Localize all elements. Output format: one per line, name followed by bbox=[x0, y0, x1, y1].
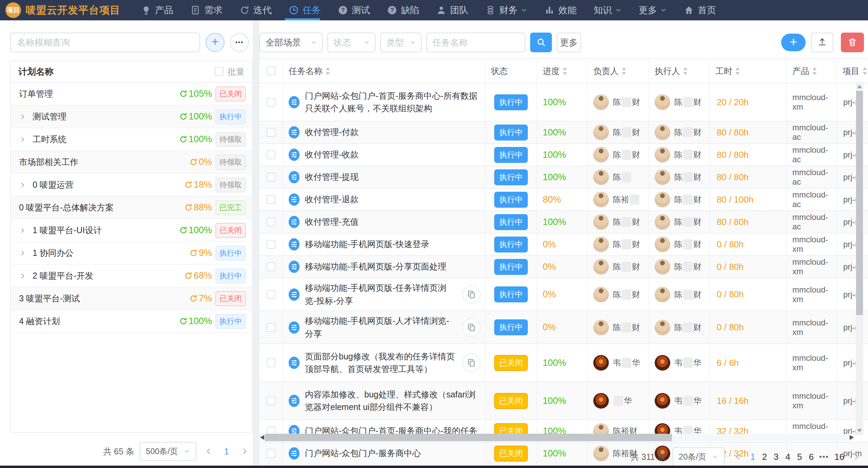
task-name-cell[interactable]: 收付管理-退款 bbox=[283, 189, 485, 210]
plan-row[interactable]: 市场部相关工作0%待领取 bbox=[11, 151, 252, 174]
nav-item-more[interactable]: 更多 bbox=[630, 0, 675, 20]
scene-select[interactable]: 全部场景 bbox=[259, 33, 323, 52]
plan-prev-page-button[interactable] bbox=[202, 447, 215, 455]
sort-caret-icon[interactable] bbox=[325, 67, 330, 75]
page-number[interactable]: 5 bbox=[794, 452, 805, 462]
horizontal-scrollbar[interactable] bbox=[259, 434, 854, 441]
add-task-button[interactable]: + bbox=[781, 34, 806, 51]
plan-row[interactable]: 0 唛盟平台-总体解决方案88%已完工 bbox=[11, 196, 252, 219]
plan-row[interactable]: 工时系统100%待领取 bbox=[11, 128, 252, 151]
nav-item-finance[interactable]: 财务 bbox=[477, 0, 536, 20]
nav-item-knowledge[interactable]: 知识 bbox=[585, 0, 630, 20]
plan-row[interactable]: 1 唛盟平台-UI设计100%已关闭 bbox=[11, 219, 252, 242]
task-name-cell[interactable]: 收付管理-提现 bbox=[283, 166, 485, 188]
sort-caret-icon[interactable] bbox=[812, 67, 817, 75]
nav-item-home[interactable]: 首页 bbox=[675, 0, 725, 20]
chevron-right-icon[interactable] bbox=[19, 136, 26, 143]
plan-page-size-select[interactable]: 500条/页 bbox=[140, 442, 196, 461]
chevron-right-icon[interactable] bbox=[19, 249, 26, 257]
nav-item-requirement[interactable]: 需求 bbox=[182, 0, 231, 20]
row-checkbox[interactable] bbox=[267, 173, 275, 182]
task-name-cell[interactable]: 移动端功能-手机网页版-任务详情页浏览-投标-分享 bbox=[283, 278, 485, 311]
sort-caret-icon[interactable] bbox=[735, 67, 740, 75]
row-checkbox[interactable] bbox=[267, 195, 275, 204]
nav-item-team[interactable]: 团队 bbox=[428, 0, 477, 20]
row-checkbox[interactable] bbox=[267, 128, 275, 137]
plan-next-page-button[interactable] bbox=[238, 447, 251, 455]
plan-row[interactable]: 1 协同办公9%执行中 bbox=[11, 242, 252, 265]
horizontal-scrollbar-thumb[interactable] bbox=[265, 434, 672, 441]
task-name-cell[interactable]: 门户网站-众包门户-首页-服务商中心-所有数据只关联个人账号，不关联组织架构 bbox=[283, 83, 485, 121]
page-number[interactable]: 4 bbox=[782, 452, 794, 462]
page-ellipsis[interactable]: ••• bbox=[817, 452, 831, 461]
chevron-right-icon[interactable] bbox=[19, 181, 26, 189]
page-number[interactable]: 6 bbox=[806, 452, 817, 462]
search-button[interactable] bbox=[530, 33, 552, 52]
chevron-right-icon[interactable] bbox=[19, 272, 26, 280]
plan-row[interactable]: 订单管理105%已关闭 bbox=[11, 83, 252, 106]
type-select[interactable]: 类型 bbox=[380, 33, 422, 52]
row-checkbox[interactable] bbox=[267, 323, 275, 332]
row-checkbox[interactable] bbox=[267, 150, 275, 159]
row-checkbox[interactable] bbox=[267, 218, 275, 226]
batch-checkbox[interactable] bbox=[215, 67, 224, 76]
sort-caret-icon[interactable] bbox=[621, 67, 626, 75]
scroll-right-arrow-icon[interactable] bbox=[849, 434, 854, 441]
plan-page-number[interactable]: 1 bbox=[221, 446, 232, 457]
page-number[interactable]: 16 bbox=[831, 452, 848, 462]
plan-search-input[interactable] bbox=[10, 33, 200, 52]
task-name-cell[interactable]: 移动端功能-手机网页版-人才详情浏览-分享 bbox=[283, 311, 485, 343]
batch-toggle[interactable]: 批量 bbox=[215, 66, 245, 77]
task-name-cell[interactable]: 内容添加修改、bug处理、样式修改（safari浏览器对element ui部分… bbox=[283, 382, 485, 419]
plan-row[interactable]: 0 唛盟运营18%待领取 bbox=[11, 174, 252, 196]
row-checkbox[interactable] bbox=[267, 262, 275, 271]
row-checkbox[interactable] bbox=[267, 449, 275, 458]
nav-item-iteration[interactable]: 迭代 bbox=[231, 0, 280, 20]
task-next-page-button[interactable] bbox=[850, 453, 863, 461]
page-number[interactable]: 3 bbox=[770, 452, 782, 462]
task-prev-page-button[interactable] bbox=[731, 453, 745, 461]
row-checkbox[interactable] bbox=[267, 98, 275, 107]
nav-item-defect[interactable]: ?缺陷 bbox=[379, 0, 428, 20]
row-checkbox[interactable] bbox=[267, 240, 275, 249]
task-name-cell[interactable]: 收付管理-收款 bbox=[283, 144, 485, 166]
task-name-input[interactable] bbox=[426, 33, 525, 52]
scroll-left-arrow-icon[interactable] bbox=[259, 434, 265, 441]
sort-caret-icon[interactable] bbox=[862, 67, 867, 75]
nav-item-task[interactable]: 任务 bbox=[280, 0, 329, 20]
scroll-up-arrow-icon[interactable] bbox=[856, 82, 863, 91]
copy-button[interactable] bbox=[462, 354, 481, 372]
upload-button[interactable] bbox=[811, 33, 833, 52]
task-name-cell[interactable]: 门户网站-众包门户-服务商中心 bbox=[283, 443, 485, 464]
vertical-scrollbar-thumb[interactable] bbox=[856, 91, 863, 315]
row-checkbox[interactable] bbox=[267, 290, 275, 299]
more-filters-button[interactable]: 更多 bbox=[557, 33, 581, 52]
copy-button[interactable] bbox=[462, 285, 481, 304]
task-name-cell[interactable]: 移动端功能-手机网页版-分享页面处理 bbox=[283, 256, 485, 278]
nav-item-product[interactable]: 产品 bbox=[133, 0, 182, 20]
task-page-size-select[interactable]: 20条/页 bbox=[673, 447, 725, 466]
delete-button[interactable] bbox=[841, 33, 864, 52]
page-number[interactable]: 2 bbox=[759, 452, 770, 462]
plan-row[interactable]: 3 唛盟平台-测试7%已关闭 bbox=[11, 287, 252, 310]
add-plan-button[interactable]: + bbox=[206, 33, 225, 52]
more-options-button[interactable]: ••• bbox=[230, 33, 249, 52]
task-name-cell[interactable]: 收付管理-付款 bbox=[283, 121, 485, 143]
chevron-right-icon[interactable] bbox=[19, 227, 26, 234]
plan-row[interactable]: 2 唛盟平台-开发68%执行中 bbox=[11, 265, 252, 287]
page-number[interactable]: 1 bbox=[747, 452, 758, 462]
row-checkbox[interactable] bbox=[267, 396, 275, 405]
plan-row[interactable]: 4 融资计划100%执行中 bbox=[11, 310, 252, 333]
plan-row[interactable]: 测试管理100%执行中 bbox=[11, 106, 252, 128]
copy-button[interactable] bbox=[462, 318, 481, 337]
vertical-scrollbar[interactable] bbox=[856, 82, 863, 435]
sort-caret-icon[interactable] bbox=[683, 67, 688, 75]
nav-item-efficiency[interactable]: 效能 bbox=[536, 0, 585, 20]
status-select[interactable]: 状态 bbox=[327, 33, 375, 52]
task-name-cell[interactable]: 收付管理-充值 bbox=[283, 211, 485, 233]
nav-item-test[interactable]: ?测试 bbox=[329, 0, 379, 20]
scroll-down-arrow-icon[interactable] bbox=[856, 426, 863, 435]
row-checkbox[interactable] bbox=[267, 358, 275, 367]
task-name-cell[interactable]: 移动端功能-手机网页版-快速登录 bbox=[283, 233, 485, 255]
chevron-right-icon[interactable] bbox=[19, 113, 26, 120]
